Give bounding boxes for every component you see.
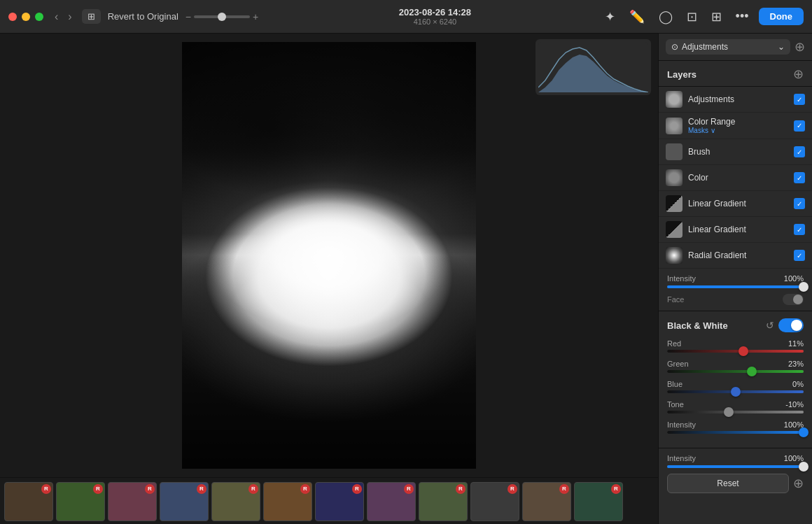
- layer-name-linear-gradient-1: Linear Gradient: [688, 199, 788, 208]
- layer-name-linear-gradient-2: Linear Gradient: [688, 225, 788, 234]
- photo-area: RRRRRRRRRRRR: [0, 34, 658, 524]
- circle-tool-button[interactable]: ◯: [654, 6, 677, 27]
- layer-icon-brush: [666, 143, 682, 160]
- bw-intensity-slider[interactable]: [667, 431, 804, 434]
- expand-button[interactable]: ⊕: [793, 476, 804, 491]
- layer-item-linear-gradient-2[interactable]: Linear Gradient✓: [659, 217, 812, 243]
- minimize-button[interactable]: [22, 13, 30, 21]
- list-item[interactable]: R: [211, 482, 260, 521]
- layer-icon-color-range: [666, 118, 682, 134]
- back-button[interactable]: ‹: [52, 9, 61, 24]
- dropdown-chevron-icon: ⌄: [778, 42, 785, 52]
- tone-value: -10%: [785, 400, 804, 409]
- photo-image: [182, 42, 476, 469]
- thumb-badge: R: [611, 484, 621, 494]
- panel-header: ⊙ Adjustments ⌄ ⊕: [659, 34, 812, 61]
- brush-tool-button[interactable]: ✏️: [625, 6, 649, 27]
- blue-slider-row: Blue 0%: [667, 380, 804, 393]
- tone-slider[interactable]: [667, 411, 804, 413]
- intensity-slider[interactable]: [667, 285, 804, 288]
- zoom-control: − +: [186, 11, 258, 22]
- list-item[interactable]: R: [419, 482, 468, 521]
- crop-tool-button[interactable]: ⊡: [682, 6, 701, 27]
- layer-item-adjustments[interactable]: Adjustments✓: [659, 87, 812, 113]
- list-item[interactable]: R: [160, 482, 209, 521]
- list-item[interactable]: R: [522, 482, 571, 521]
- layer-checkbox-adjustments[interactable]: ✓: [794, 94, 805, 105]
- thumbnail-strip: RRRRRRRRRRRR: [0, 477, 658, 524]
- list-item[interactable]: R: [108, 482, 157, 521]
- layer-checkbox-color-range[interactable]: ✓: [794, 120, 805, 132]
- done-button[interactable]: Done: [759, 8, 804, 25]
- thumb-badge: R: [507, 484, 517, 494]
- bottom-intensity-value: 100%: [784, 454, 804, 462]
- list-item[interactable]: R: [56, 482, 105, 521]
- zoom-out-button[interactable]: −: [186, 11, 191, 22]
- add-layer-button[interactable]: ⊕: [793, 66, 804, 82]
- layer-name-radial-gradient: Radial Gradient: [688, 250, 788, 260]
- layer-icon-adjustments: [666, 91, 682, 108]
- photo-canvas: [0, 34, 658, 477]
- green-value: 23%: [788, 360, 804, 368]
- traffic-lights: [8, 13, 43, 21]
- layer-item-radial-gradient[interactable]: Radial Gradient✓: [659, 243, 812, 269]
- layer-checkbox-brush[interactable]: ✓: [794, 146, 805, 157]
- reset-button[interactable]: Reset: [667, 474, 789, 493]
- add-adjustment-button[interactable]: ⊕: [794, 39, 805, 55]
- file-dims: 4160 × 6240: [270, 17, 600, 26]
- bw-toggle[interactable]: [778, 318, 804, 332]
- bottom-panel: Intensity 100% Reset ⊕: [659, 448, 812, 499]
- thumb-badge: R: [300, 484, 310, 494]
- thumb-badge: R: [559, 484, 569, 494]
- thumb-badge: R: [248, 484, 258, 494]
- layer-name-brush: Brush: [688, 147, 788, 157]
- green-slider[interactable]: [667, 370, 804, 373]
- red-label: Red: [667, 339, 681, 348]
- close-button[interactable]: [8, 13, 17, 21]
- thumb-badge: R: [93, 484, 103, 494]
- revert-button[interactable]: Revert to Original: [108, 11, 178, 22]
- red-slider[interactable]: [667, 350, 804, 353]
- bw-reset-icon[interactable]: ↺: [766, 320, 774, 331]
- view-toggle-button[interactable]: ⊞: [82, 9, 101, 24]
- thumb-badge: R: [404, 484, 414, 494]
- maximize-button[interactable]: [35, 13, 43, 21]
- zoom-in-button[interactable]: +: [253, 11, 258, 22]
- layer-item-color[interactable]: Color✓: [659, 165, 812, 191]
- list-item[interactable]: R: [367, 482, 416, 521]
- layer-sub-color-range: Masks ∨: [688, 127, 788, 134]
- grid-tool-button[interactable]: ⊞: [707, 6, 726, 27]
- tone-label: Tone: [667, 400, 684, 409]
- layer-checkbox-linear-gradient-1[interactable]: ✓: [794, 198, 805, 209]
- more-button[interactable]: •••: [732, 6, 753, 27]
- intensity-label: Intensity: [667, 274, 696, 283]
- zoom-slider[interactable]: [194, 15, 250, 18]
- layer-checkbox-linear-gradient-2[interactable]: ✓: [794, 224, 805, 235]
- bw-title: Black & White: [667, 320, 728, 331]
- nav-arrows: ‹ ›: [52, 9, 75, 24]
- blue-slider[interactable]: [667, 390, 804, 393]
- list-item[interactable]: R: [263, 482, 312, 521]
- thumb-badge: R: [41, 484, 51, 494]
- list-item[interactable]: R: [574, 482, 623, 521]
- layer-icon-radial-gradient: [666, 247, 682, 264]
- forward-button[interactable]: ›: [65, 9, 74, 24]
- list-item[interactable]: R: [4, 482, 53, 521]
- list-item[interactable]: R: [470, 482, 519, 521]
- layers-list: Adjustments✓Color RangeMasks ∨✓Brush✓Col…: [659, 87, 812, 269]
- green-slider-row: Green 23%: [667, 360, 804, 373]
- adjustments-dropdown[interactable]: ⊙ Adjustments ⌄: [666, 39, 790, 55]
- wand-tool-button[interactable]: ✦: [601, 6, 620, 27]
- thumb-badge: R: [145, 484, 155, 494]
- blue-value: 0%: [792, 380, 804, 388]
- layer-item-linear-gradient-1[interactable]: Linear Gradient✓: [659, 191, 812, 217]
- layer-item-brush[interactable]: Brush✓: [659, 139, 812, 165]
- histogram-panel: [536, 39, 651, 95]
- blue-label: Blue: [667, 380, 682, 388]
- list-item[interactable]: R: [315, 482, 364, 521]
- layer-checkbox-radial-gradient[interactable]: ✓: [794, 250, 805, 261]
- layer-item-color-range[interactable]: Color RangeMasks ∨✓: [659, 113, 812, 139]
- adjustments-label: Adjustments: [682, 42, 728, 52]
- layer-checkbox-color[interactable]: ✓: [794, 172, 805, 183]
- bottom-intensity-slider[interactable]: [667, 465, 804, 468]
